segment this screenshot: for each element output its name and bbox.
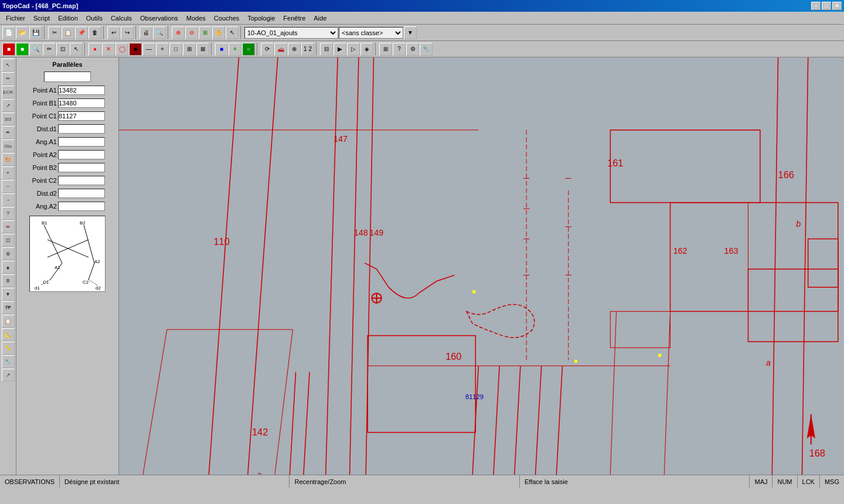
ang-a1-input[interactable] <box>58 137 105 147</box>
cut-button[interactable]: ✂ <box>48 26 61 39</box>
draw-btn-26[interactable]: ◈ <box>360 43 373 56</box>
draw-btn-23[interactable]: ⊟ <box>320 43 333 56</box>
menu-observations[interactable]: Observations <box>137 13 182 23</box>
menu-fenetre[interactable]: Fenêtre <box>280 13 309 23</box>
point-a2-input[interactable] <box>58 150 105 159</box>
left-btn-12[interactable]: ? <box>2 207 15 220</box>
draw-btn-15[interactable]: ⊠ <box>196 43 209 56</box>
menu-script[interactable]: Script <box>30 13 53 23</box>
left-btn-13[interactable]: ✏ <box>2 220 15 233</box>
class-select[interactable]: <sans classe> <box>339 27 403 39</box>
point-b2-input[interactable] <box>58 163 105 172</box>
print-button[interactable]: 🖨 <box>139 26 152 39</box>
draw-btn-6[interactable]: ↖ <box>70 43 83 56</box>
draw-btn-19[interactable]: ⟳ <box>261 43 274 56</box>
left-btn-3[interactable]: ECR <box>2 86 15 98</box>
draw-btn-9[interactable]: ◯ <box>115 43 128 56</box>
zoom-out-button[interactable]: ⊖ <box>185 26 198 39</box>
menu-outils[interactable]: Outils <box>83 13 106 23</box>
draw-btn-3[interactable]: 🔍 <box>29 43 42 56</box>
point-c2-input[interactable] <box>58 176 105 185</box>
paralleles-input[interactable] <box>44 71 91 82</box>
left-btn-5[interactable]: 303 <box>2 113 15 125</box>
draw-btn-14[interactable]: ⊞ <box>183 43 196 56</box>
left-btn-2[interactable]: ✏ <box>2 72 15 85</box>
close-button[interactable]: ✕ <box>832 2 842 10</box>
draw-btn-13[interactable]: □ <box>169 43 182 56</box>
copy-button[interactable]: 📋 <box>62 26 74 39</box>
draw-btn-10[interactable]: ■ <box>129 43 142 56</box>
draw-btn-16[interactable]: ■ <box>215 43 228 56</box>
left-btn-6[interactable]: ✒ <box>2 126 15 139</box>
ang-a2-input[interactable] <box>58 202 105 211</box>
redo-button[interactable]: ↪ <box>121 26 134 39</box>
print-preview-button[interactable]: 🔍 <box>153 26 166 39</box>
left-btn-4[interactable]: ↗ <box>2 99 15 112</box>
draw-btn-4[interactable]: ✏ <box>43 43 56 56</box>
menu-fichier[interactable]: Fichier <box>2 13 29 23</box>
left-btn-7[interactable]: Obs <box>2 139 15 152</box>
draw-btn-21[interactable]: ⊕ <box>288 43 301 56</box>
point-c1-input[interactable] <box>58 111 105 121</box>
draw-btn-30[interactable]: 🔧 <box>420 43 433 56</box>
paste-button[interactable]: 📌 <box>75 26 88 39</box>
dist-d1-input[interactable] <box>58 124 105 134</box>
left-btn-17[interactable]: 0 <box>2 274 15 287</box>
left-btn-23[interactable]: 🔧 <box>2 355 15 368</box>
layer-dropdown-button[interactable]: ▼ <box>404 26 417 39</box>
open-button[interactable]: 📂 <box>16 26 29 39</box>
draw-btn-7[interactable]: ● <box>89 43 101 56</box>
draw-btn-5[interactable]: ⊡ <box>56 43 69 56</box>
left-btn-11[interactable]: → <box>2 193 15 206</box>
left-btn-21[interactable]: 📐 <box>2 328 15 341</box>
point-a1-input[interactable] <box>58 86 105 95</box>
maximize-button[interactable]: □ <box>822 2 831 10</box>
menu-topologie[interactable]: Topologie <box>244 13 278 23</box>
left-btn-18[interactable]: ▼ <box>2 288 15 301</box>
left-btn-22[interactable]: 📏 <box>2 342 15 355</box>
draw-btn-22[interactable]: 1 2 <box>301 43 314 56</box>
draw-btn-24[interactable]: ▶ <box>333 43 346 56</box>
left-btn-24[interactable]: ↗ <box>2 369 15 382</box>
zoom-in-button[interactable]: ⊕ <box>172 26 185 39</box>
left-btn-9[interactable]: + <box>2 166 15 179</box>
draw-btn-17[interactable]: + <box>229 43 241 56</box>
draw-btn-18[interactable]: ○ <box>242 43 255 56</box>
new-button[interactable]: 📄 <box>2 26 15 39</box>
draw-btn-2[interactable]: ■ <box>16 43 29 56</box>
menu-aide[interactable]: Aide <box>310 13 330 23</box>
draw-btn-28[interactable]: ? <box>393 43 406 56</box>
layer-select[interactable]: 10-AO_01_ajouts <box>244 27 338 39</box>
draw-btn-11[interactable]: — <box>142 43 155 56</box>
zoom-all-button[interactable]: ⊞ <box>199 26 212 39</box>
pan-button[interactable]: ✋ <box>212 26 225 39</box>
left-btn-20[interactable]: 📋 <box>2 315 15 328</box>
left-btn-10[interactable]: − <box>2 180 15 193</box>
point-a1-row: Point A1 <box>19 84 116 96</box>
draw-btn-8[interactable]: ✕ <box>102 43 115 56</box>
left-btn-1[interactable]: ↖ <box>2 59 15 71</box>
dist-d2-input[interactable] <box>58 189 105 198</box>
menu-modes[interactable]: Modes <box>183 13 209 23</box>
left-btn-19[interactable]: 🗺 <box>2 301 15 314</box>
draw-btn-12[interactable]: + <box>156 43 169 56</box>
menu-couches[interactable]: Couches <box>210 13 243 23</box>
menu-calculs[interactable]: Calculs <box>107 13 135 23</box>
draw-btn-1[interactable]: ■ <box>2 43 15 56</box>
menu-edition[interactable]: Edition <box>55 13 81 23</box>
save-button[interactable]: 💾 <box>29 26 42 39</box>
minimize-button[interactable]: ─ <box>811 2 821 10</box>
delete-button[interactable]: 🗑 <box>89 26 101 39</box>
draw-btn-25[interactable]: ▷ <box>347 43 360 56</box>
left-btn-14[interactable]: ⊡ <box>2 234 15 247</box>
draw-btn-27[interactable]: ⊞ <box>379 43 392 56</box>
draw-btn-20[interactable]: 🚗 <box>274 43 287 56</box>
undo-button[interactable]: ↩ <box>107 26 120 39</box>
draw-btn-29[interactable]: ⚙ <box>406 43 419 56</box>
left-btn-8[interactable]: 🎨 <box>2 153 15 166</box>
map-canvas[interactable]: 110 147 148 149 142 145 146 160 161 162 … <box>119 57 844 475</box>
left-btn-15[interactable]: ⊕ <box>2 247 15 260</box>
point-b1-input[interactable] <box>58 98 105 108</box>
left-btn-16[interactable]: ▲ <box>2 261 15 274</box>
select-button[interactable]: ↖ <box>226 26 239 39</box>
